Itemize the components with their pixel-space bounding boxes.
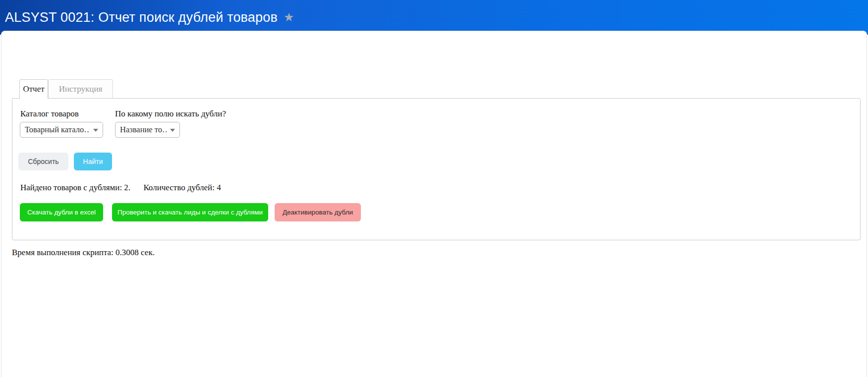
found-duplicates-text: Найдено товаров с дублями: 2. [20,183,130,192]
dropdown-arrow-icon [170,129,175,132]
execution-time-text: Время выполнения скрипта: 0.3008 сек. [12,248,155,258]
reset-button[interactable]: Сбросить [18,153,68,170]
search-field-select-value: Название то… [120,125,167,135]
download-excel-button[interactable]: Скачать дубли в excel [20,203,103,221]
content-card: Отчет Инструкция Каталог товаров По како… [1,31,867,377]
tab-report[interactable]: Отчет [19,79,48,99]
catalog-select-value: Товарный катало… [25,125,90,135]
find-button[interactable]: Найти [74,153,112,170]
page-title: ALSYST 0021: Отчет поиск дублей товаров [5,10,278,25]
dropdown-arrow-icon [93,129,98,132]
report-panel: Каталог товаров По какому полю искать ду… [12,98,861,240]
duplicates-count-text: Количество дублей: 4 [143,183,221,192]
deactivate-duplicates-button[interactable]: Деактивировать дубли [275,203,361,221]
tab-report-label: Отчет [23,84,44,94]
catalog-label: Каталог товаров [20,109,79,119]
tab-instruction-label: Инструкция [59,84,103,94]
tab-instruction[interactable]: Инструкция [48,79,113,98]
search-field-label: По какому полю искать дубли? [115,109,226,119]
search-field-select[interactable]: Название то… [115,122,180,138]
catalog-select[interactable]: Товарный катало… [20,122,103,138]
app-header: ALSYST 0021: Отчет поиск дублей товаров … [0,0,868,35]
check-leads-deals-button[interactable]: Проверить и скачать лиды и сделки с дубл… [112,203,268,221]
results-summary: Найдено товаров с дублями: 2. Количество… [20,183,221,193]
favorite-star-icon[interactable]: ★ [284,11,294,23]
